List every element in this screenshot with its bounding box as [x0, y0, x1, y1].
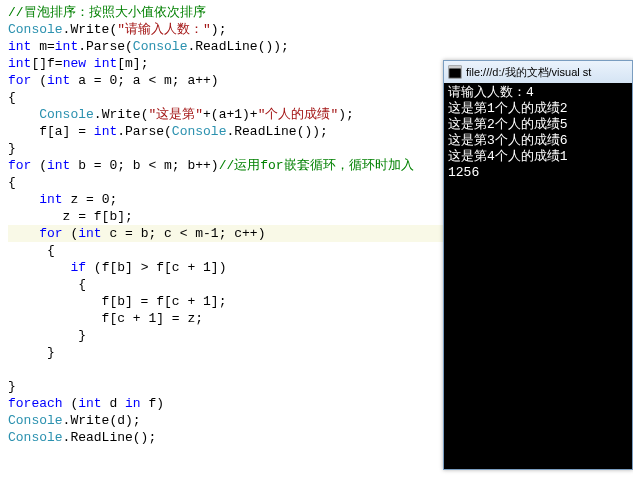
code-token: b = 0; b < m; b++)	[70, 158, 218, 173]
code-token: new	[63, 56, 86, 71]
code-token: c = b; c < m-1; c++)	[102, 226, 266, 241]
code-token: }	[8, 328, 86, 343]
code-token: (	[31, 158, 47, 173]
code-token: (f[b] > f[c + 1])	[86, 260, 226, 275]
code-line[interactable]: Console.Write("请输入人数：");	[8, 21, 625, 38]
code-token: }	[8, 141, 16, 156]
code-token: d	[102, 396, 125, 411]
code-token: .ReadLine());	[187, 39, 288, 54]
code-token: f)	[141, 396, 164, 411]
code-token: (	[31, 73, 47, 88]
code-token: "这是第"	[148, 107, 203, 122]
code-token: .ReadLine());	[226, 124, 327, 139]
console-output: 请输入人数：4 这是第1个人的成绩2 这是第2个人的成绩5 这是第3个人的成绩6…	[444, 83, 632, 183]
code-token: //冒泡排序：按照大小值依次排序	[8, 5, 206, 20]
code-token: int	[8, 56, 31, 71]
code-token: for	[8, 158, 31, 173]
code-token: }	[8, 345, 55, 360]
console-icon	[448, 65, 462, 79]
code-token: +(a+1)+	[203, 107, 258, 122]
code-token: []f=	[31, 56, 62, 71]
code-token: "个人的成绩"	[258, 107, 339, 122]
svg-rect-1	[449, 66, 461, 69]
code-token: Console	[133, 39, 188, 54]
code-token	[8, 260, 70, 275]
code-token: {	[8, 175, 16, 190]
code-token: (	[63, 396, 79, 411]
code-token: f[a] =	[8, 124, 94, 139]
code-token: "请输入人数："	[117, 22, 211, 37]
code-token: in	[125, 396, 141, 411]
code-token: int	[55, 39, 78, 54]
code-token: {	[8, 90, 16, 105]
code-token: (	[63, 226, 79, 241]
code-token	[86, 56, 94, 71]
code-token: Console	[8, 413, 63, 428]
code-token: .ReadLine();	[63, 430, 157, 445]
code-token: [m];	[117, 56, 148, 71]
code-token: int	[78, 226, 101, 241]
code-token	[8, 362, 39, 377]
code-token: a = 0; a < m; a++)	[70, 73, 218, 88]
code-token: .Parse(	[117, 124, 172, 139]
code-token: m=	[31, 39, 54, 54]
code-token: );	[211, 22, 227, 37]
code-token: Console	[39, 107, 94, 122]
code-token: Console	[8, 22, 63, 37]
code-token: .Write(	[94, 107, 149, 122]
code-token: f[c + 1] = z;	[8, 311, 203, 326]
code-token: int	[78, 396, 101, 411]
code-token	[8, 226, 39, 241]
code-token: .Write(d);	[63, 413, 141, 428]
code-line[interactable]: int m=int.Parse(Console.ReadLine());	[8, 38, 625, 55]
code-token: .Parse(	[78, 39, 133, 54]
console-title-text: file:///d:/我的文档/visual st	[466, 65, 591, 80]
code-token	[8, 192, 39, 207]
code-token: int	[47, 158, 70, 173]
code-token: for	[39, 226, 62, 241]
code-token: f[b] = f[c + 1];	[8, 294, 226, 309]
console-titlebar[interactable]: file:///d:/我的文档/visual st	[444, 61, 632, 83]
code-token: {	[8, 277, 86, 292]
code-token: {	[8, 243, 55, 258]
console-window: file:///d:/我的文档/visual st 请输入人数：4 这是第1个人…	[443, 60, 633, 470]
code-token: .Write(	[63, 22, 118, 37]
code-token: int	[94, 56, 117, 71]
code-token: int	[47, 73, 70, 88]
code-token: z = f[b];	[8, 209, 133, 224]
code-line[interactable]: //冒泡排序：按照大小值依次排序	[8, 4, 625, 21]
code-token: int	[8, 39, 31, 54]
code-token: int	[39, 192, 62, 207]
code-token: int	[94, 124, 117, 139]
code-token: //运用for嵌套循环，循环时加入	[219, 158, 414, 173]
code-token: );	[338, 107, 354, 122]
code-token: foreach	[8, 396, 63, 411]
code-token: Console	[8, 430, 63, 445]
code-token: for	[8, 73, 31, 88]
code-token: }	[8, 379, 16, 394]
code-token: z = 0;	[63, 192, 118, 207]
code-token: Console	[172, 124, 227, 139]
code-token: if	[70, 260, 86, 275]
code-token	[8, 107, 39, 122]
